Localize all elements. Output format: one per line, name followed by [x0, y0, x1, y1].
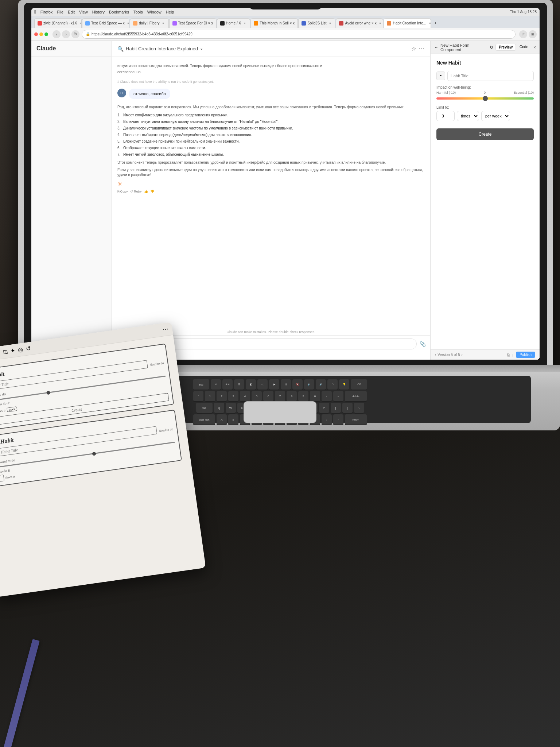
- key-5[interactable]: 5: [252, 391, 262, 401]
- create-button[interactable]: Create: [436, 128, 534, 140]
- key-3[interactable]: 3: [228, 391, 238, 401]
- attachment-icon[interactable]: 📎: [420, 341, 426, 347]
- thumbs-down-icon[interactable]: 👎: [150, 190, 154, 193]
- key-f5[interactable]: ⟨⟨: [257, 379, 268, 390]
- key-semicolon[interactable]: ;: [322, 414, 332, 425]
- period-select[interactable]: per week: [481, 111, 510, 121]
- fullscreen-button[interactable]: [44, 32, 48, 36]
- menu-firefox[interactable]: Firefox: [40, 10, 53, 14]
- key-9[interactable]: 9: [298, 391, 308, 401]
- key-f12[interactable]: 💡: [339, 379, 349, 390]
- minimize-button[interactable]: [39, 32, 43, 36]
- menu-help[interactable]: Help: [166, 10, 174, 14]
- key-f8[interactable]: 🔇: [292, 379, 303, 390]
- close-button[interactable]: [34, 32, 38, 36]
- tab-habit[interactable]: Habit Creation Inte... ×: [384, 18, 431, 28]
- notepad-pen-icon[interactable]: ✎: [0, 349, 0, 357]
- tab-solidjs[interactable]: SolidJS List ×: [298, 18, 335, 28]
- copy-button[interactable]: ⎘ Copy: [117, 190, 128, 193]
- tab-close-daily[interactable]: ×: [161, 21, 166, 26]
- menu-tools[interactable]: Tools: [133, 10, 143, 14]
- star-icon[interactable]: ☆: [411, 45, 416, 52]
- key-quote[interactable]: ": [333, 414, 343, 425]
- download-icon[interactable]: ↓: [512, 353, 514, 357]
- key-a[interactable]: A: [217, 414, 227, 425]
- key-w[interactable]: W: [226, 403, 236, 413]
- limit-number-input[interactable]: [436, 111, 455, 121]
- extensions-button[interactable]: ⊞: [529, 30, 537, 38]
- key-2[interactable]: 2: [217, 391, 227, 401]
- key-f6[interactable]: ▶: [269, 379, 279, 390]
- publish-button[interactable]: Publish: [516, 352, 535, 358]
- emoji-picker[interactable]: •: [436, 71, 445, 80]
- tab-testgrid[interactable]: Test Grid Space — x ×: [82, 18, 129, 28]
- tab-close-avoiderror[interactable]: ×: [378, 21, 382, 26]
- reload-button[interactable]: ↻: [71, 30, 79, 38]
- key-tab[interactable]: tab: [196, 403, 213, 413]
- slider-thumb[interactable]: [483, 96, 488, 101]
- notepad-more-icon[interactable]: ⋯: [162, 325, 169, 333]
- key-backtick[interactable]: `: [193, 391, 203, 401]
- notepad-image-icon[interactable]: ⊡: [3, 348, 8, 356]
- key-f4[interactable]: ◧: [246, 379, 256, 390]
- tab-close-testgrid[interactable]: ×: [126, 21, 129, 26]
- key-caps[interactable]: caps lock: [193, 414, 215, 425]
- key-backslash[interactable]: \: [354, 403, 364, 413]
- slider-track[interactable]: [436, 97, 534, 100]
- key-q[interactable]: Q: [214, 403, 224, 413]
- notepad-refresh-icon[interactable]: ↺: [26, 345, 31, 352]
- menu-view[interactable]: View: [79, 10, 88, 14]
- tab-close-thismonth[interactable]: ×: [296, 21, 298, 26]
- tab-thismonth[interactable]: This Month in Soli × x ×: [250, 18, 298, 28]
- tab-close-habit[interactable]: ×: [428, 21, 431, 26]
- preview-close-button[interactable]: ×: [533, 45, 536, 50]
- menu-bookmarks[interactable]: Bookmarks: [109, 10, 129, 14]
- key-lbracket[interactable]: [: [331, 403, 341, 413]
- menu-icon[interactable]: ⋯: [419, 45, 424, 52]
- prev-version-button[interactable]: ‹: [435, 353, 436, 357]
- key-delete[interactable]: ⌫: [351, 379, 367, 390]
- preview-tab-code[interactable]: Code: [517, 44, 531, 51]
- key-f2[interactable]: ☀☀: [222, 379, 233, 390]
- key-esc[interactable]: esc: [193, 379, 209, 390]
- key-7[interactable]: 7: [275, 391, 285, 401]
- tab-testspace[interactable]: Test Space For Di × x ×: [169, 18, 217, 28]
- habit-title-input[interactable]: [447, 71, 534, 81]
- notepad-star-icon[interactable]: ✦: [10, 347, 16, 355]
- menu-history[interactable]: History: [92, 10, 105, 14]
- chat-area[interactable]: интуитивно понятным для пользователей. Т…: [112, 57, 430, 329]
- key-equals[interactable]: =: [333, 391, 343, 401]
- key-4[interactable]: 4: [240, 391, 250, 401]
- key-f11[interactable]: ☽: [327, 379, 338, 390]
- new-tab-button[interactable]: +: [431, 18, 440, 28]
- notepad-target-icon[interactable]: ◎: [18, 346, 24, 353]
- forward-button[interactable]: ›: [62, 30, 70, 38]
- tab-avoiderror[interactable]: Avoid error whe × x ×: [336, 18, 383, 28]
- bookmark-button[interactable]: ☆: [519, 30, 527, 38]
- tab-home[interactable]: Home / X ×: [217, 18, 250, 28]
- tab-daily[interactable]: daily | Fibery ×: [130, 18, 169, 28]
- tab-zivie[interactable]: zivie (Channel) · x1X ×: [34, 18, 82, 28]
- trackpad[interactable]: [244, 401, 316, 423]
- key-6[interactable]: 6: [263, 391, 273, 401]
- menu-file[interactable]: File: [57, 10, 63, 14]
- key-s[interactable]: S: [228, 414, 238, 425]
- key-minus[interactable]: -: [322, 391, 332, 401]
- thumbs-up-icon[interactable]: 👍: [144, 190, 148, 193]
- next-version-button[interactable]: ›: [462, 353, 463, 357]
- key-f9[interactable]: 🔉: [304, 379, 314, 390]
- key-0[interactable]: 0: [310, 391, 320, 401]
- back-button[interactable]: ‹: [52, 30, 61, 38]
- tab-close-home[interactable]: ×: [242, 21, 247, 26]
- menu-window[interactable]: Window: [147, 10, 162, 14]
- key-1[interactable]: 1: [205, 391, 215, 401]
- key-f7[interactable]: ⟩⟩: [281, 379, 291, 390]
- refresh-icon[interactable]: ↻: [490, 45, 493, 50]
- frequency-unit-select[interactable]: times: [457, 111, 479, 121]
- key-delete2[interactable]: delete: [345, 391, 367, 401]
- key-p[interactable]: P: [319, 403, 329, 413]
- apple-menu[interactable]: : [34, 9, 36, 15]
- retry-button[interactable]: ↺ Retry: [130, 190, 142, 193]
- copy-version-icon[interactable]: ⎘: [507, 353, 510, 357]
- url-field[interactable]: 🔒 https://claude.ai/chat/2f555932-b4e8-4…: [82, 30, 516, 39]
